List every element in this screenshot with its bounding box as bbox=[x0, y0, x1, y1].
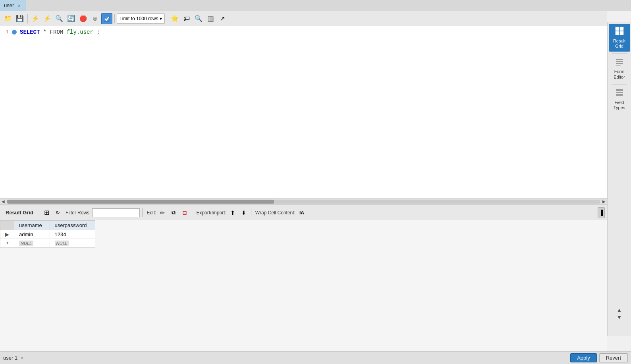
tab-close-btn[interactable]: × bbox=[16, 3, 22, 8]
stop-red-btn[interactable]: 🛑 bbox=[77, 13, 89, 24]
form-editor-sidebar-label: FormEditor bbox=[614, 69, 625, 79]
status-actions: Apply Revert bbox=[570, 353, 628, 362]
field-types-icon bbox=[616, 89, 623, 99]
keyword-select: SELECT bbox=[20, 29, 40, 35]
snippets-btn[interactable]: 🏷 bbox=[181, 13, 192, 24]
toolbar-sep-2 bbox=[114, 14, 115, 23]
status-tab: user 1 × bbox=[3, 355, 23, 361]
execute-script-btn[interactable]: ⚡ bbox=[42, 13, 53, 24]
favorites-btn[interactable]: ⭐ bbox=[169, 13, 180, 24]
cell-userpassword-1[interactable]: 1234 bbox=[50, 230, 95, 239]
result-panel: Result Grid ⊞ ↻ Filter Rows: Edit: ✏ ⧉ ⊟… bbox=[0, 204, 607, 351]
svg-rect-3 bbox=[616, 31, 619, 35]
save-btn[interactable]: 💾 bbox=[14, 13, 25, 24]
semicolon: ; bbox=[96, 29, 100, 35]
revert-button[interactable]: Revert bbox=[599, 353, 628, 362]
filter-input[interactable] bbox=[92, 208, 140, 217]
limit-rows-select[interactable]: Limit to 1000 rows ▾ bbox=[117, 13, 165, 24]
svg-rect-2 bbox=[620, 27, 623, 31]
result-sep-2 bbox=[142, 208, 143, 217]
scroll-thumb bbox=[7, 200, 274, 204]
refresh-btn[interactable]: 🔄 bbox=[66, 13, 77, 24]
row-arrow-1: ▶ bbox=[0, 230, 14, 239]
sidebar-down-arrow[interactable]: ▼ bbox=[617, 314, 622, 320]
wrap-label: Wrap Cell Content: bbox=[255, 210, 295, 216]
sidebar-sep-2 bbox=[612, 84, 627, 85]
scroll-left-arrow[interactable]: ◀ bbox=[0, 198, 6, 205]
import-btn[interactable]: ⬇ bbox=[239, 208, 249, 218]
cols-btn[interactable]: ▥ bbox=[205, 13, 216, 24]
status-tab-label: user 1 bbox=[3, 355, 17, 361]
open-folder-btn[interactable]: 📁 bbox=[2, 13, 14, 24]
status-tab-close[interactable]: × bbox=[21, 355, 23, 361]
svg-rect-5 bbox=[616, 59, 623, 60]
table-header-row: username userpassword bbox=[0, 221, 95, 230]
toggle-panel-btn[interactable]: ▐ bbox=[598, 207, 605, 218]
edit-btn[interactable]: ✏ bbox=[158, 208, 167, 218]
col-username: username bbox=[14, 221, 50, 230]
tab-label: user bbox=[4, 2, 14, 8]
svg-rect-11 bbox=[616, 94, 623, 96]
field-types-sidebar-btn[interactable]: FieldTypes bbox=[609, 86, 630, 113]
sidebar-arrows: ▲ ▼ bbox=[617, 307, 622, 320]
execute-btn[interactable]: ⚡ bbox=[30, 13, 41, 24]
delete-row-btn[interactable]: ⊟ bbox=[180, 208, 189, 218]
stop-btn[interactable]: ⊗ bbox=[89, 13, 100, 24]
wrap-btn[interactable]: IA bbox=[297, 208, 307, 218]
field-types-sidebar-label: FieldTypes bbox=[614, 100, 625, 110]
active-btn[interactable] bbox=[101, 13, 112, 24]
svg-rect-4 bbox=[620, 31, 623, 35]
main-toolbar: 📁 💾 ⚡ ⚡ 🔍 🔄 🛑 ⊗ Limit to 1000 rows ▾ ⭐ bbox=[0, 11, 607, 26]
form-editor-icon bbox=[616, 58, 623, 68]
result-grid-sidebar-label: ResultGrid bbox=[613, 39, 625, 49]
cell-username-1[interactable]: admin bbox=[14, 230, 50, 239]
toggle-grid-btn[interactable]: ⊞ bbox=[42, 208, 51, 218]
export-import-label: Export/Import: bbox=[196, 210, 226, 216]
line-number-1: 1 bbox=[0, 28, 12, 37]
edit-label: Edit: bbox=[147, 210, 156, 216]
svg-rect-8 bbox=[616, 65, 621, 65]
result-grid-tab[interactable]: Result Grid bbox=[2, 209, 37, 216]
refresh-result-btn[interactable]: ↻ bbox=[53, 208, 62, 218]
result-toolbar: Result Grid ⊞ ↻ Filter Rows: Edit: ✏ ⧉ ⊟… bbox=[0, 205, 607, 220]
table-row[interactable]: ▶ admin 1234 bbox=[0, 230, 95, 239]
code-editor[interactable]: 1 SELECT * FROM fly.user ; bbox=[0, 26, 607, 198]
toolbar-sep-3 bbox=[167, 14, 167, 23]
row-new-indicator: ✦ bbox=[0, 239, 14, 248]
editor-area: 1 SELECT * FROM fly.user ; ◀ ▶ bbox=[0, 26, 607, 204]
code-text-1: SELECT * FROM fly.user ; bbox=[20, 28, 100, 37]
sidebar-sep-1 bbox=[612, 53, 627, 54]
apply-button[interactable]: Apply bbox=[570, 353, 597, 362]
null-badge-password: NULL bbox=[55, 241, 69, 246]
result-sep-3 bbox=[192, 208, 192, 217]
limit-rows-arrow: ▾ bbox=[160, 16, 162, 21]
form-editor-sidebar-btn[interactable]: FormEditor bbox=[609, 55, 630, 82]
svg-rect-6 bbox=[616, 61, 623, 62]
copy-row-btn[interactable]: ⧉ bbox=[169, 208, 178, 218]
code-line-1: 1 SELECT * FROM fly.user ; bbox=[0, 26, 607, 38]
sidebar-up-arrow[interactable]: ▲ bbox=[617, 307, 622, 313]
scroll-right-arrow[interactable]: ▶ bbox=[601, 198, 607, 205]
limit-rows-label: Limit to 1000 rows bbox=[120, 16, 158, 21]
table-ref: fly.user bbox=[67, 29, 93, 35]
result-grid-icon bbox=[615, 27, 624, 37]
scroll-track bbox=[7, 200, 600, 204]
zoom-btn[interactable]: 🔍 bbox=[193, 13, 204, 24]
result-table: username userpassword ▶ admin 1234 ✦ NUL… bbox=[0, 220, 95, 248]
h-scrollbar[interactable]: ◀ ▶ bbox=[0, 198, 607, 204]
cell-userpassword-null: NULL bbox=[50, 239, 95, 248]
result-sep-1 bbox=[39, 208, 39, 217]
result-sep-4 bbox=[251, 208, 251, 217]
find-btn[interactable]: 🔍 bbox=[54, 13, 65, 24]
result-grid-sidebar-btn[interactable]: ResultGrid bbox=[609, 24, 630, 52]
status-bar: user 1 × Apply Revert bbox=[0, 351, 631, 364]
export-btn[interactable]: ↗ bbox=[217, 13, 228, 24]
line-breakpoint[interactable] bbox=[12, 30, 17, 35]
svg-rect-1 bbox=[616, 27, 619, 31]
export2-btn[interactable]: ⬆ bbox=[228, 208, 237, 218]
col-userpassword: userpassword bbox=[50, 221, 95, 230]
col-indicator bbox=[0, 221, 14, 230]
svg-rect-7 bbox=[616, 63, 623, 64]
filter-label: Filter Rows: bbox=[66, 210, 91, 216]
editor-tab[interactable]: user × bbox=[0, 0, 26, 11]
